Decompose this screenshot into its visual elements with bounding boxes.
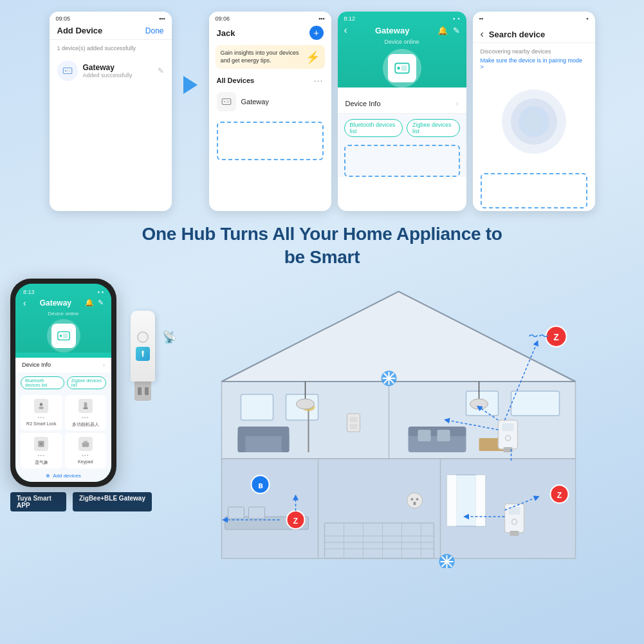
zigbee-tab[interactable]: Zigbee devices list <box>407 119 459 137</box>
energy-text: Gain insights into your devices and get … <box>221 50 302 64</box>
phone-devices-grid: ••• R2 Smart Lock ••• 多功能机器人 <box>15 392 111 470</box>
device-name-1: Gateway <box>83 63 133 72</box>
headline-text: One Hub Turns All Your Home Appliance to… <box>13 223 631 270</box>
device-info-row[interactable]: Device Info › <box>338 94 466 114</box>
signal-icon-3: ▪ <box>457 15 459 22</box>
teal-action-icons: 🔔 ✎ <box>437 26 460 35</box>
phone-label-row: Tuya Smart APP ZigBee+BLE Gateway <box>10 492 152 511</box>
svg-rect-72 <box>510 531 519 536</box>
phone-bluetooth-tab[interactable]: Bluetooth devices list <box>21 376 64 389</box>
status-bar-4: ▪▪ ▪ <box>473 12 595 23</box>
svg-text:Z: Z <box>557 491 562 500</box>
edit-icon-3[interactable]: ✎ <box>453 26 460 35</box>
svg-rect-64 <box>476 475 486 526</box>
wifi-icon-phone: ▪ <box>98 289 100 295</box>
phone-time: 8:13 <box>23 289 35 295</box>
svg-rect-12 <box>63 333 68 338</box>
online-status-3: Device online <box>338 39 466 49</box>
gateway-device-label: ZigBee+BLE Gateway <box>73 492 152 511</box>
arrow-shape <box>183 76 198 94</box>
usb-prongs <box>138 387 149 395</box>
more-options[interactable]: ··· <box>314 75 324 86</box>
phone-device-dots-3: ••• <box>38 452 45 458</box>
phone-device-cell-4[interactable]: ••• Keypad <box>65 433 107 468</box>
arrow-right <box>178 76 203 94</box>
user-name: Jack <box>217 28 235 38</box>
phone-add-devices[interactable]: ⊕ Add devices <box>15 470 111 482</box>
device-row-1: Gateway Added successfully ✎ <box>50 54 172 87</box>
phone-device-dots-1: ••• <box>38 414 45 420</box>
svg-rect-16 <box>83 407 87 409</box>
svg-rect-34 <box>238 427 290 436</box>
card-add-device: 09:05 ▪▪▪ Add Device Done 1 device(s) ad… <box>50 12 172 211</box>
dashed-connector-4 <box>481 173 587 208</box>
svg-point-95 <box>407 493 423 508</box>
svg-point-8 <box>397 67 400 69</box>
phone-device-cell-3[interactable]: ••• 遥气象 <box>21 433 62 468</box>
device-circle-3 <box>383 49 421 87</box>
search-outer-circle <box>502 89 566 154</box>
bell-icon-phone[interactable]: 🔔 <box>85 299 94 307</box>
phone-device-dots-2: ••• <box>82 414 89 420</box>
device-circle-inner-3 <box>388 54 416 82</box>
device-info-1: Gateway Added successfully <box>83 63 133 78</box>
all-devices-header: All Devices ··· <box>209 71 331 88</box>
search-title: Search device <box>489 30 545 39</box>
phone-device-inner <box>51 324 76 348</box>
svg-text:〜〜: 〜〜 <box>528 331 549 342</box>
svg-rect-52 <box>249 507 265 519</box>
nav-title-1: Add Device <box>57 26 103 35</box>
done-button[interactable]: Done <box>145 26 164 35</box>
usb-prong-2 <box>145 387 149 395</box>
phone-device-icon-4 <box>78 437 93 451</box>
gateway-body: Device Info › Bluetooth devices list Zig… <box>338 94 466 177</box>
headline-line1: One Hub Turns All Your Home Appliance to <box>142 224 502 244</box>
svg-point-11 <box>59 335 61 336</box>
svg-point-97 <box>416 498 419 501</box>
svg-point-1 <box>64 70 66 71</box>
phone-device-name-3: 遥气象 <box>35 459 48 466</box>
svg-rect-6 <box>226 100 230 104</box>
svg-rect-42 <box>418 430 431 441</box>
phone-nav: ‹ Gateway 🔔 ✎ <box>15 297 111 311</box>
phone-title: Gateway <box>40 299 71 308</box>
bluetooth-tab[interactable]: Bluetooth devices list <box>344 119 403 137</box>
status-bar-1: 09:05 ▪▪▪ <box>50 12 172 23</box>
add-device-button[interactable]: + <box>309 26 324 40</box>
phone-device-cell-1[interactable]: ••• R2 Smart Lock <box>21 395 62 430</box>
search-core <box>525 113 543 131</box>
svg-rect-31 <box>241 394 273 420</box>
energy-icon: ⚡ <box>306 50 320 64</box>
pairing-link[interactable]: Make sure the device is in pairing mode … <box>473 57 595 77</box>
gateway-usb-device: 📡 <box>127 311 158 407</box>
phone-device-cell-2[interactable]: ••• 多功能机器人 <box>65 395 107 430</box>
svg-rect-9 <box>401 66 407 71</box>
phone-device-dots-4: ••• <box>82 452 89 458</box>
back-button-4[interactable]: ‹ <box>481 28 484 40</box>
phone-body-bg: Device Info › Bluetooth devices list Zig… <box>15 358 111 482</box>
back-button-3[interactable]: ‹ <box>344 24 347 36</box>
bottom-section: 8:13 ▪ ▪ ‹ Gateway 🔔 ✎ D <box>0 279 644 568</box>
svg-rect-21 <box>142 352 143 355</box>
device-info-label: Device Info <box>345 100 381 107</box>
svg-text:ʙ: ʙ <box>258 481 263 490</box>
phone-teal-area: 8:13 ▪ ▪ ‹ Gateway 🔔 ✎ D <box>15 284 111 353</box>
energy-banner: Gain insights into your devices and get … <box>216 45 325 69</box>
svg-rect-36 <box>282 433 290 452</box>
phone-back-btn[interactable]: ‹ <box>23 298 26 308</box>
phone-zigbee-tab[interactable]: Zigbee devices list <box>67 376 106 389</box>
signal-icons-2: ▪▪▪ <box>318 15 325 22</box>
bell-icon-3[interactable]: 🔔 <box>437 26 448 35</box>
phone-status-icons: ▪ ▪ <box>98 289 104 295</box>
phone-device-info-row[interactable]: Device Info › <box>15 358 111 373</box>
svg-rect-43 <box>437 430 450 441</box>
card-search-device: ▪▪ ▪ ‹ Search device Discovering nearby … <box>473 12 595 211</box>
time-1: 09:05 <box>56 15 71 22</box>
usb-body <box>131 311 155 382</box>
edit-icon-1[interactable]: ✎ <box>158 66 164 75</box>
edit-icon-phone[interactable]: ✎ <box>98 299 104 307</box>
svg-rect-51 <box>228 507 244 519</box>
search-nav: ‹ Search device <box>473 23 595 43</box>
headline-section: One Hub Turns All Your Home Appliance to… <box>0 211 644 279</box>
time-2: 09:06 <box>216 15 230 22</box>
